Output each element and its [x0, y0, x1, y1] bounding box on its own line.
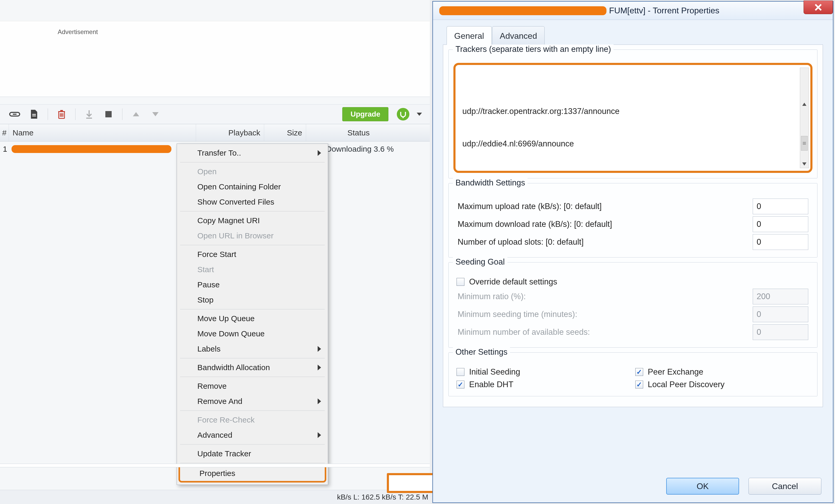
peer-exchange-checkbox[interactable] — [635, 368, 643, 376]
torrent-table-header: # Name Playback Size Status — [0, 124, 430, 142]
start-download-icon[interactable] — [81, 107, 97, 122]
tab-advanced[interactable]: Advanced — [492, 26, 545, 45]
close-icon — [814, 3, 823, 11]
dropdown-icon[interactable] — [417, 113, 422, 116]
menu-separator — [180, 211, 325, 211]
move-down-icon[interactable] — [147, 107, 163, 122]
group-seeding-goal: Seeding Goal Override default settings M… — [448, 262, 817, 348]
svg-rect-12 — [105, 111, 111, 117]
row-initial-seeding[interactable]: Initial Seeding — [456, 367, 629, 377]
col-playback[interactable]: Playback — [196, 124, 264, 141]
max-upload-input[interactable]: 0 — [753, 198, 808, 214]
menu-open-url: Open URL in Browser — [178, 228, 327, 243]
dialog-title: FUM[ettv] - Torrent Properties — [609, 6, 719, 16]
min-seeds-input: 0 — [753, 324, 808, 340]
menu-labels[interactable]: Labels — [178, 341, 327, 357]
input-value: 0 — [757, 310, 761, 319]
input-value: 0 — [757, 219, 761, 229]
menu-label: Transfer To.. — [197, 149, 241, 158]
menu-transfer-to[interactable]: Transfer To.. — [178, 145, 327, 161]
redacted-title — [439, 6, 607, 15]
submenu-arrow-icon — [318, 150, 321, 156]
seeding-legend: Seeding Goal — [453, 257, 507, 267]
menu-separator — [180, 377, 325, 377]
col-status[interactable]: Status — [306, 124, 411, 141]
row-local-peer[interactable]: Local Peer Discovery — [635, 380, 808, 389]
menu-open-containing[interactable]: Open Containing Folder — [178, 179, 327, 194]
initial-seeding-checkbox[interactable] — [456, 368, 464, 376]
cancel-button[interactable]: Cancel — [749, 478, 821, 495]
menu-label: Remove — [197, 382, 227, 391]
enable-dht-checkbox[interactable] — [456, 381, 464, 388]
menu-stop[interactable]: Stop — [178, 292, 327, 308]
menu-separator — [180, 162, 325, 163]
group-trackers: Trackers (separate tiers with an empty l… — [448, 49, 817, 178]
menu-remove[interactable]: Remove — [178, 379, 327, 394]
override-checkbox[interactable] — [456, 278, 464, 286]
dialog-buttons: OK Cancel — [666, 478, 821, 495]
menu-label: Start — [197, 265, 214, 274]
menu-show-converted[interactable]: Show Converted Files — [178, 194, 327, 210]
menu-move-down[interactable]: Move Down Queue — [178, 326, 327, 341]
menu-label: Stop — [197, 295, 213, 304]
move-up-icon[interactable] — [128, 107, 144, 122]
col-size[interactable]: Size — [264, 124, 306, 141]
local-peer-label: Local Peer Discovery — [648, 380, 725, 389]
menu-update-tracker[interactable]: Update Tracker — [178, 446, 327, 461]
submenu-arrow-icon — [318, 432, 321, 438]
menu-move-up[interactable]: Move Up Queue — [178, 311, 327, 326]
bandwidth-legend: Bandwidth Settings — [453, 178, 528, 188]
enable-dht-label: Enable DHT — [469, 380, 513, 389]
scroll-up-icon[interactable] — [800, 100, 809, 108]
upgrade-button[interactable]: Upgrade — [342, 107, 388, 121]
upload-slots-input[interactable]: 0 — [753, 234, 808, 250]
menu-bandwidth-allocation[interactable]: Bandwidth Allocation — [178, 360, 327, 375]
add-url-icon[interactable] — [7, 107, 23, 122]
col-index[interactable]: # — [0, 124, 9, 141]
menu-remove-and[interactable]: Remove And — [178, 394, 327, 409]
status-bar: kB/s L: 162.5 kB/s T: 22.5 M — [0, 490, 430, 504]
toolbar-separator — [48, 108, 48, 120]
menu-label: Open — [197, 167, 217, 176]
toolbar-separator — [122, 108, 122, 120]
menu-advanced[interactable]: Advanced — [178, 427, 327, 443]
group-other-settings: Other Settings Initial Seeding Peer Exch… — [448, 352, 817, 396]
menu-copy-magnet[interactable]: Copy Magnet URI — [178, 213, 327, 228]
delete-icon[interactable] — [54, 107, 69, 122]
max-download-label: Maximum download rate (kB/s): [0: defaul… — [457, 219, 612, 229]
dialog-titlebar[interactable]: FUM[ettv] - Torrent Properties — [433, 2, 833, 20]
trackers-textarea[interactable]: udp://tracker.opentrackr.org:1337/announ… — [453, 63, 812, 173]
scroll-down-icon[interactable] — [800, 160, 809, 168]
advertisement-label: Advertisement — [0, 28, 430, 36]
ok-button[interactable]: OK — [666, 478, 739, 495]
col-name[interactable]: Name — [9, 124, 196, 141]
submenu-arrow-icon — [318, 365, 321, 371]
override-row[interactable]: Override default settings — [456, 277, 809, 287]
stop-icon[interactable] — [101, 107, 116, 122]
scroll-thumb[interactable] — [801, 136, 808, 151]
trackers-text: udp://tracker.opentrackr.org:1337/announ… — [460, 102, 806, 173]
min-seeds-label: Minimum number of available seeds: — [457, 328, 590, 337]
menu-force-start[interactable]: Force Start — [178, 247, 327, 262]
max-download-input[interactable]: 0 — [753, 216, 808, 232]
close-button[interactable] — [803, 1, 833, 14]
add-torrent-icon[interactable] — [26, 107, 42, 122]
input-value: 0 — [757, 237, 761, 247]
row-enable-dht[interactable]: Enable DHT — [456, 380, 629, 389]
scrollbar[interactable] — [800, 68, 809, 168]
utorrent-icon[interactable] — [397, 108, 409, 121]
tab-general[interactable]: General — [447, 26, 492, 45]
other-legend: Other Settings — [453, 348, 510, 357]
menu-label: Advanced — [197, 430, 232, 440]
menu-label: Move Up Queue — [197, 314, 254, 323]
menu-pause[interactable]: Pause — [178, 277, 327, 292]
toolbar-separator — [75, 108, 76, 120]
local-peer-checkbox[interactable] — [635, 381, 643, 388]
menu-label: Open URL in Browser — [197, 231, 273, 240]
bottom-pane — [0, 464, 430, 467]
row-peer-exchange[interactable]: Peer Exchange — [635, 367, 808, 377]
submenu-arrow-icon — [318, 398, 321, 404]
menu-separator — [180, 411, 325, 411]
menu-separator — [180, 245, 325, 245]
svg-rect-9 — [60, 110, 63, 111]
